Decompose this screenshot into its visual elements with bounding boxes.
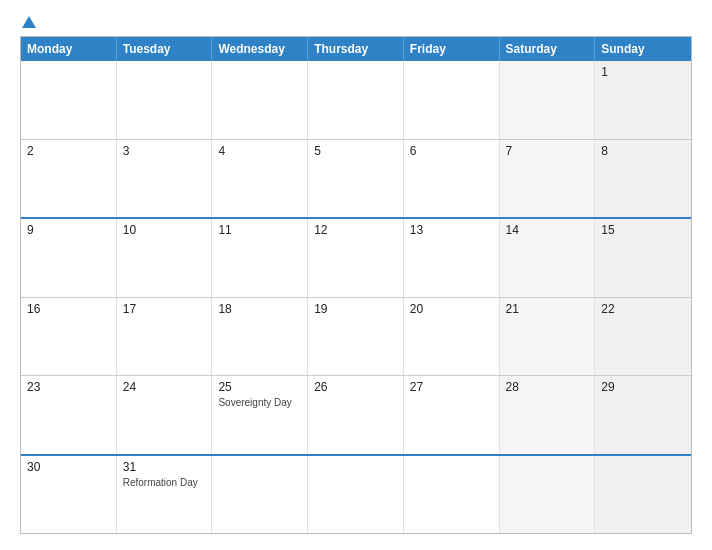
calendar-cell: 28 bbox=[500, 376, 596, 454]
header-day-wednesday: Wednesday bbox=[212, 37, 308, 61]
calendar-cell: 13 bbox=[404, 219, 500, 297]
day-number: 19 bbox=[314, 302, 397, 316]
calendar-cell: 2 bbox=[21, 140, 117, 218]
day-number: 13 bbox=[410, 223, 493, 237]
day-number: 22 bbox=[601, 302, 685, 316]
calendar-cell: 30 bbox=[21, 456, 117, 534]
header-day-tuesday: Tuesday bbox=[117, 37, 213, 61]
calendar-cell: 6 bbox=[404, 140, 500, 218]
day-number: 3 bbox=[123, 144, 206, 158]
calendar-cell: 22 bbox=[595, 298, 691, 376]
page: MondayTuesdayWednesdayThursdayFridaySatu… bbox=[0, 0, 712, 550]
day-number: 29 bbox=[601, 380, 685, 394]
day-number: 2 bbox=[27, 144, 110, 158]
day-number: 7 bbox=[506, 144, 589, 158]
calendar-cell: 19 bbox=[308, 298, 404, 376]
day-number: 20 bbox=[410, 302, 493, 316]
day-number: 11 bbox=[218, 223, 301, 237]
calendar-cell: 25Sovereignty Day bbox=[212, 376, 308, 454]
calendar-cell: 27 bbox=[404, 376, 500, 454]
calendar-cell: 11 bbox=[212, 219, 308, 297]
day-number: 8 bbox=[601, 144, 685, 158]
calendar: MondayTuesdayWednesdayThursdayFridaySatu… bbox=[20, 36, 692, 534]
day-number: 6 bbox=[410, 144, 493, 158]
calendar-cell bbox=[308, 61, 404, 139]
logo bbox=[20, 16, 36, 28]
calendar-week-5: 232425Sovereignty Day26272829 bbox=[21, 375, 691, 454]
calendar-cell bbox=[212, 61, 308, 139]
day-number: 27 bbox=[410, 380, 493, 394]
calendar-cell: 21 bbox=[500, 298, 596, 376]
header bbox=[20, 16, 692, 28]
calendar-cell: 8 bbox=[595, 140, 691, 218]
calendar-cell bbox=[117, 61, 213, 139]
calendar-cell bbox=[404, 61, 500, 139]
day-number: 15 bbox=[601, 223, 685, 237]
calendar-cell: 31Reformation Day bbox=[117, 456, 213, 534]
day-number: 28 bbox=[506, 380, 589, 394]
calendar-cell bbox=[500, 61, 596, 139]
calendar-cell: 10 bbox=[117, 219, 213, 297]
calendar-cell: 5 bbox=[308, 140, 404, 218]
calendar-cell bbox=[21, 61, 117, 139]
calendar-cell: 26 bbox=[308, 376, 404, 454]
calendar-week-6: 3031Reformation Day bbox=[21, 454, 691, 534]
calendar-header-row: MondayTuesdayWednesdayThursdayFridaySatu… bbox=[21, 37, 691, 61]
day-number: 10 bbox=[123, 223, 206, 237]
calendar-cell: 9 bbox=[21, 219, 117, 297]
event-label: Sovereignty Day bbox=[218, 396, 301, 409]
day-number: 5 bbox=[314, 144, 397, 158]
event-label: Reformation Day bbox=[123, 476, 206, 489]
day-number: 17 bbox=[123, 302, 206, 316]
day-number: 21 bbox=[506, 302, 589, 316]
calendar-cell: 24 bbox=[117, 376, 213, 454]
calendar-body: 1234567891011121314151617181920212223242… bbox=[21, 61, 691, 533]
calendar-cell: 16 bbox=[21, 298, 117, 376]
calendar-cell: 29 bbox=[595, 376, 691, 454]
calendar-cell: 15 bbox=[595, 219, 691, 297]
calendar-cell: 3 bbox=[117, 140, 213, 218]
calendar-cell: 23 bbox=[21, 376, 117, 454]
day-number: 14 bbox=[506, 223, 589, 237]
day-number: 12 bbox=[314, 223, 397, 237]
day-number: 31 bbox=[123, 460, 206, 474]
calendar-cell: 1 bbox=[595, 61, 691, 139]
day-number: 30 bbox=[27, 460, 110, 474]
day-number: 18 bbox=[218, 302, 301, 316]
day-number: 23 bbox=[27, 380, 110, 394]
calendar-cell bbox=[212, 456, 308, 534]
header-day-saturday: Saturday bbox=[500, 37, 596, 61]
calendar-cell: 4 bbox=[212, 140, 308, 218]
day-number: 25 bbox=[218, 380, 301, 394]
header-day-friday: Friday bbox=[404, 37, 500, 61]
calendar-cell: 20 bbox=[404, 298, 500, 376]
calendar-cell: 18 bbox=[212, 298, 308, 376]
day-number: 16 bbox=[27, 302, 110, 316]
calendar-week-2: 2345678 bbox=[21, 139, 691, 218]
header-day-monday: Monday bbox=[21, 37, 117, 61]
calendar-cell bbox=[500, 456, 596, 534]
calendar-week-3: 9101112131415 bbox=[21, 217, 691, 297]
day-number: 4 bbox=[218, 144, 301, 158]
calendar-cell: 17 bbox=[117, 298, 213, 376]
header-day-thursday: Thursday bbox=[308, 37, 404, 61]
day-number: 1 bbox=[601, 65, 685, 79]
calendar-week-1: 1 bbox=[21, 61, 691, 139]
day-number: 9 bbox=[27, 223, 110, 237]
calendar-cell: 14 bbox=[500, 219, 596, 297]
calendar-cell: 12 bbox=[308, 219, 404, 297]
calendar-cell bbox=[595, 456, 691, 534]
calendar-cell bbox=[404, 456, 500, 534]
calendar-week-4: 16171819202122 bbox=[21, 297, 691, 376]
calendar-cell bbox=[308, 456, 404, 534]
day-number: 24 bbox=[123, 380, 206, 394]
header-day-sunday: Sunday bbox=[595, 37, 691, 61]
calendar-cell: 7 bbox=[500, 140, 596, 218]
logo-triangle-icon bbox=[22, 16, 36, 28]
day-number: 26 bbox=[314, 380, 397, 394]
